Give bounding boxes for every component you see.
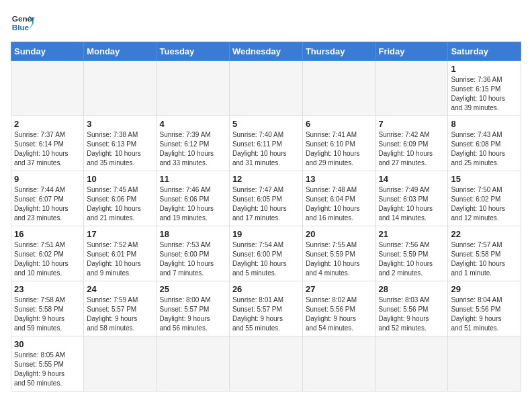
calendar-cell xyxy=(157,336,229,392)
day-info: Sunrise: 7:56 AM Sunset: 5:59 PM Dayligh… xyxy=(379,240,445,278)
calendar-cell: 4Sunrise: 7:39 AM Sunset: 6:12 PM Daylig… xyxy=(157,116,229,171)
calendar-cell: 27Sunrise: 8:02 AM Sunset: 5:56 PM Dayli… xyxy=(302,281,375,336)
day-number: 18 xyxy=(160,229,226,239)
calendar-cell: 23Sunrise: 7:58 AM Sunset: 5:58 PM Dayli… xyxy=(11,281,84,336)
calendar-cell: 25Sunrise: 8:00 AM Sunset: 5:57 PM Dayli… xyxy=(157,281,229,336)
calendar-week-4: 23Sunrise: 7:58 AM Sunset: 5:58 PM Dayli… xyxy=(11,281,521,336)
day-info: Sunrise: 7:45 AM Sunset: 6:06 PM Dayligh… xyxy=(87,185,153,223)
day-number: 23 xyxy=(14,284,81,294)
calendar-cell: 13Sunrise: 7:48 AM Sunset: 6:04 PM Dayli… xyxy=(302,171,375,226)
calendar-week-3: 16Sunrise: 7:51 AM Sunset: 6:02 PM Dayli… xyxy=(11,226,521,281)
day-number: 4 xyxy=(160,119,226,129)
calendar-table: SundayMondayTuesdayWednesdayThursdayFrid… xyxy=(11,42,521,392)
calendar-cell: 18Sunrise: 7:53 AM Sunset: 6:00 PM Dayli… xyxy=(157,226,229,281)
day-number: 6 xyxy=(306,119,373,129)
calendar-cell: 3Sunrise: 7:38 AM Sunset: 6:13 PM Daylig… xyxy=(84,116,157,171)
calendar-cell xyxy=(11,61,84,116)
day-number: 7 xyxy=(379,119,445,129)
day-info: Sunrise: 7:58 AM Sunset: 5:58 PM Dayligh… xyxy=(14,295,81,333)
day-info: Sunrise: 8:00 AM Sunset: 5:57 PM Dayligh… xyxy=(160,295,226,333)
day-info: Sunrise: 7:59 AM Sunset: 5:57 PM Dayligh… xyxy=(87,295,153,333)
day-info: Sunrise: 7:40 AM Sunset: 6:11 PM Dayligh… xyxy=(232,130,300,168)
calendar-cell xyxy=(229,336,302,392)
day-number: 8 xyxy=(451,119,518,129)
day-info: Sunrise: 8:01 AM Sunset: 5:57 PM Dayligh… xyxy=(232,295,300,333)
day-number: 22 xyxy=(451,229,518,239)
calendar-cell: 16Sunrise: 7:51 AM Sunset: 6:02 PM Dayli… xyxy=(11,226,84,281)
calendar-cell: 12Sunrise: 7:47 AM Sunset: 6:05 PM Dayli… xyxy=(229,171,302,226)
day-number: 17 xyxy=(87,229,153,239)
day-number: 16 xyxy=(14,229,81,239)
day-info: Sunrise: 7:43 AM Sunset: 6:08 PM Dayligh… xyxy=(451,130,518,168)
day-number: 12 xyxy=(232,174,300,184)
calendar-cell: 7Sunrise: 7:42 AM Sunset: 6:09 PM Daylig… xyxy=(375,116,448,171)
day-info: Sunrise: 8:05 AM Sunset: 5:55 PM Dayligh… xyxy=(14,351,81,388)
calendar-cell: 20Sunrise: 7:55 AM Sunset: 5:59 PM Dayli… xyxy=(302,226,375,281)
calendar-cell: 1Sunrise: 7:36 AM Sunset: 6:15 PM Daylig… xyxy=(448,61,521,116)
day-info: Sunrise: 7:55 AM Sunset: 5:59 PM Dayligh… xyxy=(306,240,373,278)
day-info: Sunrise: 7:41 AM Sunset: 6:10 PM Dayligh… xyxy=(306,130,373,168)
weekday-header-row: SundayMondayTuesdayWednesdayThursdayFrid… xyxy=(11,42,521,61)
day-number: 1 xyxy=(451,64,518,74)
calendar-cell: 28Sunrise: 8:03 AM Sunset: 5:56 PM Dayli… xyxy=(375,281,448,336)
day-number: 2 xyxy=(14,119,81,129)
calendar-cell: 15Sunrise: 7:50 AM Sunset: 6:02 PM Dayli… xyxy=(448,171,521,226)
calendar-week-0: 1Sunrise: 7:36 AM Sunset: 6:15 PM Daylig… xyxy=(11,61,521,116)
page-header: General Blue xyxy=(11,11,521,35)
day-info: Sunrise: 7:39 AM Sunset: 6:12 PM Dayligh… xyxy=(160,130,226,168)
calendar-cell xyxy=(448,336,521,392)
calendar-cell xyxy=(302,61,375,116)
weekday-sunday: Sunday xyxy=(11,42,84,61)
weekday-wednesday: Wednesday xyxy=(229,42,302,61)
weekday-saturday: Saturday xyxy=(448,42,521,61)
day-number: 28 xyxy=(379,284,445,294)
day-number: 14 xyxy=(379,174,445,184)
day-number: 29 xyxy=(451,284,518,294)
day-number: 10 xyxy=(87,174,153,184)
day-info: Sunrise: 7:46 AM Sunset: 6:06 PM Dayligh… xyxy=(160,185,226,223)
weekday-thursday: Thursday xyxy=(302,42,375,61)
calendar-cell xyxy=(302,336,375,392)
calendar-cell: 26Sunrise: 8:01 AM Sunset: 5:57 PM Dayli… xyxy=(229,281,302,336)
weekday-tuesday: Tuesday xyxy=(157,42,229,61)
day-number: 20 xyxy=(306,229,373,239)
calendar-week-1: 2Sunrise: 7:37 AM Sunset: 6:14 PM Daylig… xyxy=(11,116,521,171)
calendar-cell: 29Sunrise: 8:04 AM Sunset: 5:56 PM Dayli… xyxy=(448,281,521,336)
calendar-cell: 24Sunrise: 7:59 AM Sunset: 5:57 PM Dayli… xyxy=(84,281,157,336)
calendar-cell: 30Sunrise: 8:05 AM Sunset: 5:55 PM Dayli… xyxy=(11,336,84,392)
calendar-body: 1Sunrise: 7:36 AM Sunset: 6:15 PM Daylig… xyxy=(11,61,521,392)
day-number: 9 xyxy=(14,174,81,184)
calendar-cell xyxy=(375,61,448,116)
calendar-week-5: 30Sunrise: 8:05 AM Sunset: 5:55 PM Dayli… xyxy=(11,336,521,392)
day-number: 15 xyxy=(451,174,518,184)
logo-icon: General Blue xyxy=(11,11,35,35)
day-number: 24 xyxy=(87,284,153,294)
day-number: 5 xyxy=(232,119,300,129)
calendar-cell: 11Sunrise: 7:46 AM Sunset: 6:06 PM Dayli… xyxy=(157,171,229,226)
calendar-cell xyxy=(375,336,448,392)
calendar-cell xyxy=(229,61,302,116)
weekday-monday: Monday xyxy=(84,42,157,61)
day-info: Sunrise: 7:50 AM Sunset: 6:02 PM Dayligh… xyxy=(451,185,518,223)
day-info: Sunrise: 8:03 AM Sunset: 5:56 PM Dayligh… xyxy=(379,295,445,333)
calendar-cell: 21Sunrise: 7:56 AM Sunset: 5:59 PM Dayli… xyxy=(375,226,448,281)
calendar-cell: 8Sunrise: 7:43 AM Sunset: 6:08 PM Daylig… xyxy=(448,116,521,171)
day-info: Sunrise: 7:37 AM Sunset: 6:14 PM Dayligh… xyxy=(14,130,81,168)
calendar-cell xyxy=(84,61,157,116)
calendar-cell: 9Sunrise: 7:44 AM Sunset: 6:07 PM Daylig… xyxy=(11,171,84,226)
calendar-cell xyxy=(84,336,157,392)
day-number: 27 xyxy=(306,284,373,294)
day-info: Sunrise: 8:02 AM Sunset: 5:56 PM Dayligh… xyxy=(306,295,373,333)
day-number: 26 xyxy=(232,284,300,294)
calendar-cell xyxy=(157,61,229,116)
day-info: Sunrise: 7:54 AM Sunset: 6:00 PM Dayligh… xyxy=(232,240,300,278)
day-info: Sunrise: 8:04 AM Sunset: 5:56 PM Dayligh… xyxy=(451,295,518,333)
day-number: 11 xyxy=(160,174,226,184)
day-info: Sunrise: 7:49 AM Sunset: 6:03 PM Dayligh… xyxy=(379,185,445,223)
calendar-cell: 19Sunrise: 7:54 AM Sunset: 6:00 PM Dayli… xyxy=(229,226,302,281)
day-info: Sunrise: 7:38 AM Sunset: 6:13 PM Dayligh… xyxy=(87,130,153,168)
weekday-friday: Friday xyxy=(375,42,448,61)
day-info: Sunrise: 7:36 AM Sunset: 6:15 PM Dayligh… xyxy=(451,75,518,113)
day-info: Sunrise: 7:42 AM Sunset: 6:09 PM Dayligh… xyxy=(379,130,445,168)
day-number: 25 xyxy=(160,284,226,294)
